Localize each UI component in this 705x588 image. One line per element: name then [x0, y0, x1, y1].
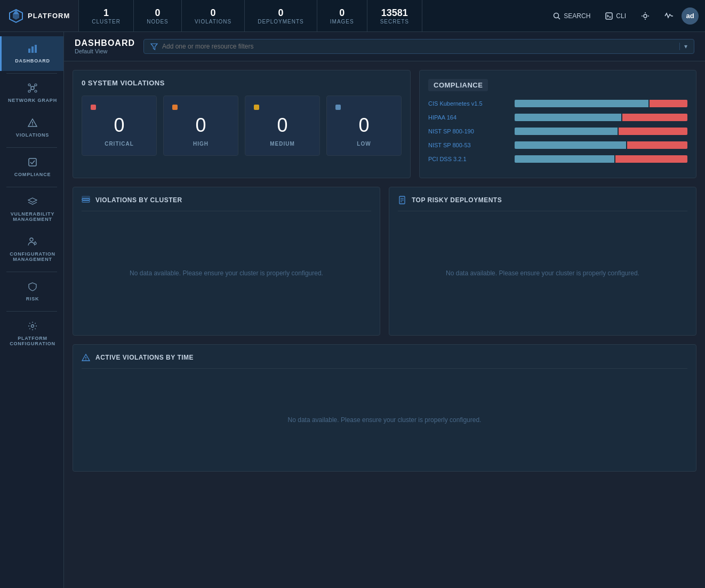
content-area: DASHBOARD Default View ▾ 0 SYSTEM VIOLAT… — [64, 32, 705, 588]
compliance-row-nist-sp-800-190: NIST SP 800-190 — [428, 128, 687, 135]
dashboard-header: DASHBOARD Default View ▾ — [64, 32, 705, 61]
svg-rect-26 — [29, 158, 36, 166]
compliance-fail-bar — [627, 141, 687, 149]
violations-icon — [28, 118, 37, 129]
high-dot — [172, 105, 178, 110]
filter-bar[interactable]: ▾ — [143, 39, 694, 54]
dashboard-icon — [28, 44, 37, 55]
violations-panel-title: 0 SYSTEM VIOLATIONS — [82, 79, 402, 87]
active-violations-panel: ACTIVE VIOLATIONS BY TIME No data availa… — [73, 344, 696, 472]
layers-icon — [82, 196, 90, 204]
medium-count: 0 — [277, 114, 287, 137]
platform-config-icon — [28, 321, 37, 332]
svg-point-17 — [35, 84, 37, 86]
sidebar-item-vulnerability[interactable]: VULNERABILITY MANAGEMENT — [0, 189, 63, 229]
alert-icon — [82, 353, 90, 362]
active-violations-no-data: No data available. Please ensure your cl… — [82, 377, 687, 463]
filter-dropdown-toggle[interactable]: ▾ — [679, 43, 687, 50]
activity-icon — [664, 12, 673, 20]
compliance-link[interactable]: PCI DSS 3.2.1 — [428, 156, 508, 162]
violation-card-medium[interactable]: 0 MEDIUM — [245, 96, 320, 156]
cluster-violations-panel: VIOLATIONS BY CLUSTER No data available.… — [73, 187, 380, 336]
compliance-fail-bar — [619, 128, 687, 135]
svg-rect-33 — [82, 198, 90, 200]
document-icon — [398, 196, 406, 204]
sidebar-item-configuration[interactable]: CONFIGURATION MANAGEMENT — [0, 229, 63, 269]
svg-point-15 — [31, 86, 34, 90]
compliance-link[interactable]: NIST SP 800-53 — [428, 142, 508, 148]
sidebar-item-network-graph[interactable]: NETWORK GRAPH — [0, 76, 63, 110]
compliance-pass-bar — [515, 114, 621, 121]
svg-rect-14 — [35, 45, 37, 53]
compliance-fail-bar — [622, 114, 687, 121]
svg-line-22 — [30, 90, 31, 91]
brand[interactable]: PLATFORM — [0, 0, 79, 31]
compliance-fail-bar — [650, 100, 687, 107]
sidebar-item-risk[interactable]: RISK — [0, 274, 63, 309]
svg-rect-13 — [31, 46, 34, 53]
active-violations-title: ACTIVE VIOLATIONS BY TIME — [95, 354, 194, 361]
compliance-link[interactable]: NIST SP 800-190 — [428, 128, 508, 134]
svg-marker-32 — [151, 44, 157, 50]
violation-cards: 0 CRITICAL 0 HIGH 0 MEDIUM 0 LOW — [82, 96, 402, 156]
svg-line-21 — [34, 85, 35, 86]
compliance-pass-bar — [515, 155, 614, 163]
svg-point-31 — [31, 325, 34, 328]
theme-button[interactable] — [635, 9, 656, 23]
cli-button[interactable]: CLI — [599, 9, 632, 23]
compliance-bar — [515, 128, 687, 135]
active-violations-header: ACTIVE VIOLATIONS BY TIME — [82, 353, 687, 369]
nav-stat-deployments[interactable]: 0DEPLOYMENTS — [245, 0, 317, 31]
sidebar-item-compliance[interactable]: COMPLIANCE — [0, 150, 63, 185]
nav-stat-nodes[interactable]: 0NODES — [134, 0, 182, 31]
brand-logo-icon — [9, 9, 23, 23]
nav-actions: SEARCH CLI ad — [540, 0, 705, 31]
compliance-link[interactable]: CIS Kubernetes v1.5 — [428, 100, 508, 107]
svg-point-19 — [35, 90, 37, 92]
svg-point-3 — [554, 13, 559, 18]
filter-input[interactable] — [162, 43, 675, 50]
nav-stat-images[interactable]: 0IMAGES — [317, 0, 367, 31]
compliance-fail-bar — [615, 155, 687, 163]
search-button[interactable]: SEARCH — [547, 9, 597, 23]
svg-point-29 — [34, 242, 36, 244]
risky-panel-header: TOP RISKY DEPLOYMENTS — [398, 196, 687, 211]
high-count: 0 — [195, 114, 206, 137]
compliance-row-cis-kubernetes-v1.5: CIS Kubernetes v1.5 — [428, 100, 687, 107]
svg-point-7 — [644, 14, 647, 18]
violation-card-high[interactable]: 0 HIGH — [163, 96, 238, 156]
main-layout: DASHBOARDNETWORK GRAPHVIOLATIONSCOMPLIAN… — [0, 32, 705, 588]
user-avatar[interactable]: ad — [682, 7, 699, 25]
violation-card-low[interactable]: 0 LOW — [326, 96, 402, 156]
nav-stats: 1CLUSTER0NODES0VIOLATIONS0DEPLOYMENTS0IM… — [79, 0, 540, 31]
compliance-link[interactable]: HIPAA 164 — [428, 114, 508, 121]
sidebar-item-violations[interactable]: VIOLATIONS — [0, 110, 63, 145]
svg-rect-35 — [82, 196, 90, 198]
critical-label: CRITICAL — [105, 141, 134, 147]
svg-line-20 — [30, 85, 31, 86]
violations-panel: 0 SYSTEM VIOLATIONS 0 CRITICAL 0 HIGH 0 … — [73, 70, 411, 178]
content-scroll: 0 SYSTEM VIOLATIONS 0 CRITICAL 0 HIGH 0 … — [64, 61, 705, 588]
compliance-pass-bar — [515, 141, 626, 149]
compliance-row-hipaa-164: HIPAA 164 — [428, 114, 687, 121]
vulnerability-icon — [28, 197, 37, 208]
violation-card-critical[interactable]: 0 CRITICAL — [82, 96, 157, 156]
compliance-bar — [515, 141, 687, 149]
network-graph-icon — [28, 83, 37, 94]
filter-icon — [150, 43, 158, 50]
sidebar: DASHBOARDNETWORK GRAPHVIOLATIONSCOMPLIAN… — [0, 32, 64, 588]
nav-stat-secrets[interactable]: 13581SECRETS — [367, 0, 422, 31]
dashboard-title-block: DASHBOARD Default View — [75, 38, 135, 54]
compliance-bar — [515, 100, 687, 107]
brand-name: PLATFORM — [28, 12, 70, 20]
cli-icon — [605, 12, 613, 20]
medium-dot — [254, 105, 259, 110]
risk-icon — [28, 282, 37, 293]
sidebar-divider — [6, 311, 57, 312]
nav-stat-cluster[interactable]: 1CLUSTER — [79, 0, 134, 31]
svg-point-18 — [28, 90, 30, 92]
sidebar-item-platform-config[interactable]: PLATFORM CONFIGURATION — [0, 314, 63, 354]
nav-stat-violations[interactable]: 0VIOLATIONS — [182, 0, 245, 31]
activity-button[interactable] — [658, 9, 679, 23]
sidebar-item-dashboard[interactable]: DASHBOARD — [0, 36, 63, 71]
